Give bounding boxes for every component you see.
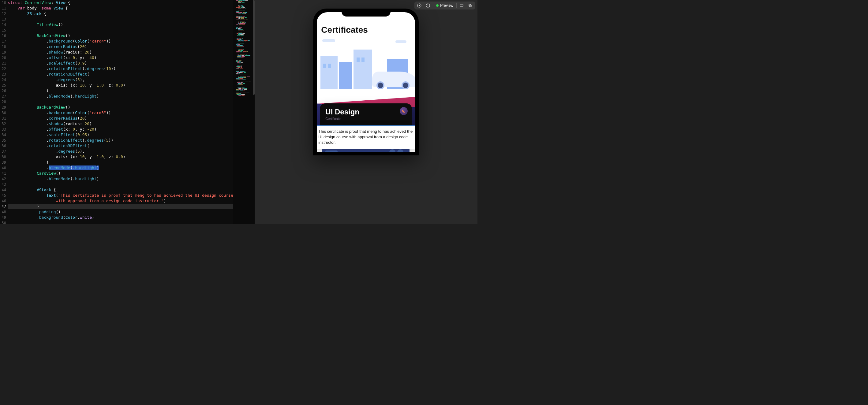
svg-rect-6 bbox=[469, 5, 471, 7]
power-button[interactable] bbox=[424, 2, 432, 9]
swift-icon bbox=[400, 107, 408, 115]
duplicate-button[interactable] bbox=[466, 2, 474, 9]
run-button[interactable] bbox=[415, 2, 424, 9]
illustration bbox=[317, 37, 415, 89]
preview-status[interactable]: Preview bbox=[434, 2, 456, 9]
status-dot-icon bbox=[436, 4, 439, 7]
iphone-frame: Certificates bbox=[313, 8, 419, 156]
preview-canvas: Preview Certificates bbox=[255, 0, 477, 224]
code-content[interactable]: struct ContentView: View { var body: som… bbox=[8, 0, 233, 224]
phone-screen: Certificates bbox=[317, 12, 415, 152]
svg-rect-3 bbox=[460, 4, 463, 6]
power-icon bbox=[426, 3, 430, 8]
notch bbox=[342, 8, 391, 16]
card-subtitle: Certificate bbox=[326, 117, 406, 121]
card-title: UI Design bbox=[326, 108, 406, 116]
device-icon bbox=[459, 3, 464, 8]
preview-label: Preview bbox=[440, 3, 453, 8]
play-icon bbox=[417, 3, 422, 8]
code-editor[interactable]: 1011121314151617181920212223242526272829… bbox=[0, 0, 233, 224]
minimap[interactable] bbox=[233, 0, 255, 224]
duplicate-icon bbox=[468, 3, 472, 8]
description-box: This certificate is proof that meng to h… bbox=[317, 126, 415, 149]
device-button[interactable] bbox=[457, 2, 466, 9]
preview-viewport[interactable]: Certificates bbox=[255, 0, 477, 224]
line-gutter: 1011121314151617181920212223242526272829… bbox=[0, 0, 8, 224]
svg-rect-5 bbox=[469, 4, 471, 6]
preview-toolbar: Preview bbox=[414, 2, 475, 9]
